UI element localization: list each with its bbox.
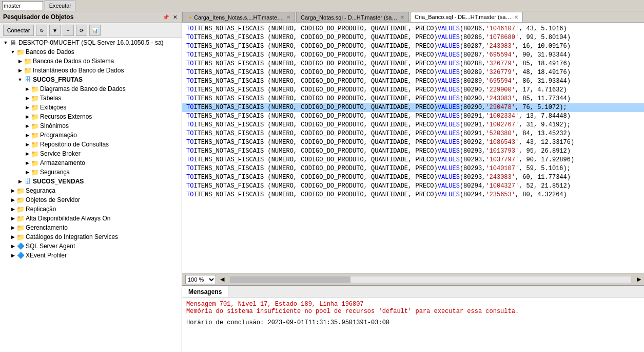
code-line[interactable]: TO ITENS_NOTAS_FISCAIS (NUMERO, CODIGO_D… — [182, 138, 644, 147]
sucos-frutas-toggle[interactable]: ▼ — [16, 76, 24, 83]
tree-item-service-broker[interactable]: ▶ 📁 Service Broker — [0, 149, 182, 158]
execute-button[interactable]: Executar — [45, 0, 75, 11]
sinonimos-toggle[interactable]: ▶ — [24, 122, 31, 129]
service-broker-label: Service Broker — [40, 150, 81, 157]
code-line[interactable]: TO ITENS_NOTAS_FISCAIS (NUMERO, CODIGO_D… — [182, 95, 644, 103]
tab-cria-banco[interactable]: Cria_Banco.sql - DE...HT.master (sa (56)… — [410, 12, 523, 22]
connect-button[interactable]: Conectar — [3, 25, 34, 36]
tab-close-icon[interactable]: ✕ — [400, 14, 404, 20]
tree-item-objetos-servidor[interactable]: ▶ 📁 Objetos de Servidor — [0, 195, 182, 205]
scroll-left-icon[interactable]: ◀ — [220, 276, 224, 283]
tree-item-tabelas[interactable]: ▶ 📁 Tabelas — [0, 94, 182, 103]
tree-item-recursos-ext[interactable]: ▶ 📁 Recursos Externos — [0, 112, 182, 121]
code-line[interactable]: TO ITENS_NOTAS_FISCAIS (NUMERO, CODIGO_D… — [182, 129, 644, 138]
gerenciamento-toggle[interactable]: ▶ — [9, 224, 16, 231]
tree-item-diagramas[interactable]: ▶ 📁 Diagramas de Banco de Dados — [0, 84, 182, 94]
tree-item-bancos-sistema[interactable]: ▶ 📁 Bancos de Dados do Sistema — [0, 57, 182, 66]
code-line[interactable]: TO ITENS_NOTAS_FISCAIS (NUMERO, CODIGO_D… — [182, 42, 644, 51]
server-icon: 🖥 — [9, 39, 17, 47]
messages-tab[interactable]: Mensagens — [182, 286, 228, 297]
tab-close-icon[interactable]: ✕ — [286, 14, 290, 20]
repositorio-toggle[interactable]: ▶ — [24, 141, 31, 148]
alta-disp-toggle[interactable]: ▶ — [9, 215, 16, 222]
sync-button[interactable]: ⟳ — [76, 25, 87, 36]
tree-item-gerenciamento[interactable]: ▶ 📁 Gerenciamento — [0, 223, 182, 232]
programacao-toggle[interactable]: ▶ — [24, 132, 31, 139]
server-node[interactable]: ▼ 🖥 DESKTOP-0MUCEHT (SQL Server 16.0.105… — [0, 38, 182, 47]
code-line[interactable]: TO ITENS_NOTAS_FISCAIS (NUMERO, CODIGO_D… — [182, 86, 644, 95]
folder-icon: 📁 — [16, 224, 25, 232]
code-line[interactable]: TO ITENS_NOTAS_FISCAIS (NUMERO, CODIGO_D… — [182, 103, 644, 112]
code-editor[interactable]: TO ITENS_NOTAS_FISCAIS (NUMERO, CODIGO_D… — [182, 23, 644, 273]
filter-button[interactable]: ▼ — [49, 25, 61, 36]
tree-item-replicacao[interactable]: ▶ 📁 Replicação — [0, 205, 182, 214]
code-line[interactable]: TO ITENS_NOTAS_FISCAIS (NUMERO, CODIGO_D… — [182, 68, 644, 77]
recursos-toggle[interactable]: ▶ — [24, 113, 31, 120]
database-selector[interactable] — [2, 1, 43, 10]
bancos-sistema-toggle[interactable]: ▶ — [16, 58, 24, 65]
seguranca-toggle[interactable]: ▶ — [9, 187, 16, 194]
tree-item-programacao[interactable]: ▶ 📁 Programação — [0, 131, 182, 140]
code-line[interactable]: TO ITENS_NOTAS_FISCAIS (NUMERO, CODIGO_D… — [182, 173, 644, 182]
tree-item-seguranca-sf[interactable]: ▶ 📁 Segurança — [0, 168, 182, 177]
tree-item-catalogos-is[interactable]: ▶ 📁 Catálogos do Integration Services — [0, 232, 182, 242]
tree-item-instantaneos[interactable]: ▶ 📁 Instantâneos do Banco de Dados — [0, 66, 182, 75]
seguranca-sf-label: Segurança — [40, 169, 70, 176]
code-line[interactable]: TO ITENS_NOTAS_FISCAIS (NUMERO, CODIGO_D… — [182, 121, 644, 129]
tab-close-icon[interactable]: ✕ — [514, 14, 518, 20]
tree-item-seguranca[interactable]: ▶ 📁 Segurança — [0, 186, 182, 195]
tree-item-armazenamento[interactable]: ▶ 📁 Armazenamento — [0, 158, 182, 168]
close-sidebar-icon[interactable]: ✕ — [171, 14, 179, 21]
sql-agent-toggle[interactable]: ▶ — [9, 243, 16, 250]
code-line[interactable]: TO ITENS_NOTAS_FISCAIS (NUMERO, CODIGO_D… — [182, 51, 644, 60]
objetos-toggle[interactable]: ▶ — [9, 196, 16, 203]
tree-item-bancos-dados[interactable]: ▼ 📁 Bancos de Dados — [0, 47, 182, 57]
db-icon: 🗄 — [24, 177, 32, 186]
code-line[interactable]: TO ITENS_NOTAS_FISCAIS (NUMERO, CODIGO_D… — [182, 182, 644, 191]
code-line[interactable]: TO ITENS_NOTAS_FISCAIS (NUMERO, CODIGO_D… — [182, 25, 644, 33]
instantaneos-toggle[interactable]: ▶ — [16, 67, 24, 74]
refresh-tree-button[interactable]: ↻ — [36, 25, 47, 36]
tab-carga-itens[interactable]: ● Carga_Itens_Notas.s....HT.master (sa (… — [182, 12, 295, 22]
armazenamento-toggle[interactable]: ▶ — [24, 159, 31, 166]
code-line[interactable]: TO ITENS_NOTAS_FISCAIS (NUMERO, CODIGO_D… — [182, 77, 644, 86]
tabelas-toggle[interactable]: ▶ — [24, 95, 31, 102]
sucos-frutas-label: SUCOS_FRUTAS — [33, 76, 83, 83]
code-line[interactable]: TO ITENS_NOTAS_FISCAIS (NUMERO, CODIGO_D… — [182, 191, 644, 199]
xevent-toggle[interactable]: ▶ — [9, 252, 16, 259]
exibicoes-toggle[interactable]: ▶ — [24, 104, 31, 111]
tree-item-repositorio[interactable]: ▶ 📁 Repositório de Consultas — [0, 140, 182, 149]
bancos-dados-toggle[interactable]: ▼ — [9, 48, 16, 55]
messages-tab-bar: Mensagens — [182, 286, 644, 298]
tree-item-sql-agent[interactable]: ▶ 🔷 SQL Server Agent — [0, 242, 182, 251]
tree-item-sucos-frutas[interactable]: ▼ 🗄 SUCOS_FRUTAS — [0, 75, 182, 84]
code-line[interactable]: TO ITENS_NOTAS_FISCAIS (NUMERO, CODIGO_D… — [182, 156, 644, 164]
seguranca-sf-toggle[interactable]: ▶ — [24, 169, 31, 176]
service-broker-toggle[interactable]: ▶ — [24, 150, 31, 157]
pin-icon[interactable]: 📌 — [161, 14, 170, 21]
repositorio-label: Repositório de Consultas — [40, 141, 109, 148]
collapse-button[interactable]: − — [63, 25, 74, 36]
scroll-right-icon[interactable]: ▶ — [637, 276, 641, 283]
server-toggle[interactable]: ▼ — [2, 39, 9, 46]
tab-carga-notas[interactable]: Carga_Notas.sql - D...HT.master (sa (51)… — [296, 12, 409, 22]
tree-item-xevent[interactable]: ▶ 🔷 XEvent Profiler — [0, 251, 182, 260]
objetos-label: Objetos de Servidor — [26, 196, 80, 203]
replicacao-toggle[interactable]: ▶ — [9, 206, 16, 213]
horizontal-scrollbar[interactable] — [229, 276, 632, 283]
tree-item-sucos-vendas[interactable]: ▶ 🗄 SUCOS_VENDAS — [0, 177, 182, 186]
code-line[interactable]: TO ITENS_NOTAS_FISCAIS (NUMERO, CODIGO_D… — [182, 147, 644, 156]
tree-item-sinonimos[interactable]: ▶ 📁 Sinônimos — [0, 121, 182, 131]
sucos-vendas-toggle[interactable]: ▶ — [16, 178, 24, 185]
tree-item-exibicoes[interactable]: ▶ 📁 Exibições — [0, 103, 182, 112]
code-line[interactable]: TO ITENS_NOTAS_FISCAIS (NUMERO, CODIGO_D… — [182, 33, 644, 42]
code-line[interactable]: TO ITENS_NOTAS_FISCAIS (NUMERO, CODIGO_D… — [182, 60, 644, 68]
replicacao-label: Replicação — [26, 206, 56, 213]
code-line[interactable]: TO ITENS_NOTAS_FISCAIS (NUMERO, CODIGO_D… — [182, 112, 644, 121]
diagramas-toggle[interactable]: ▶ — [24, 85, 31, 92]
code-line[interactable]: TO ITENS_NOTAS_FISCAIS (NUMERO, CODIGO_D… — [182, 164, 644, 173]
zoom-select[interactable]: 100 % 75 % 125 % — [185, 275, 216, 284]
activity-button[interactable]: 📊 — [89, 25, 101, 36]
tree-item-alta-disp[interactable]: ▶ 📁 Alta Disponibilidade Always On — [0, 214, 182, 223]
catalogos-toggle[interactable]: ▶ — [9, 233, 16, 240]
